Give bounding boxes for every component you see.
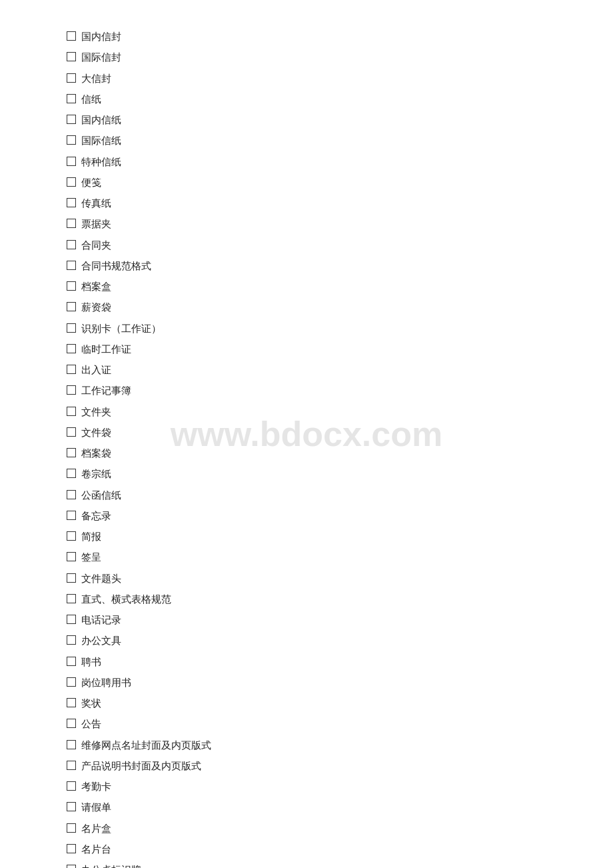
item-label: 合同书规范格式 — [81, 257, 151, 276]
list-item: 文件夹 — [67, 402, 546, 423]
checkbox-icon[interactable] — [67, 844, 76, 853]
item-label: 合同夹 — [81, 236, 111, 255]
item-label: 国际信封 — [81, 48, 121, 67]
checkbox-icon[interactable] — [67, 52, 76, 61]
checkbox-icon[interactable] — [67, 698, 76, 707]
checkbox-icon[interactable] — [67, 323, 76, 333]
item-label: 考勤卡 — [81, 777, 111, 797]
checkbox-icon[interactable] — [67, 302, 76, 311]
item-label: 工作记事簿 — [81, 381, 131, 401]
list-item: 国内信纸 — [67, 110, 546, 131]
item-label: 文件夹 — [81, 403, 111, 422]
checkbox-icon[interactable] — [67, 635, 76, 645]
list-item: 文件袋 — [67, 423, 546, 443]
list-item: 票据夹 — [67, 214, 546, 235]
checkbox-icon[interactable] — [67, 198, 76, 207]
list-item: 档案袋 — [67, 443, 546, 464]
list-item: 名片台 — [67, 839, 546, 860]
checklist: 国内信封国际信封大信封信纸国内信纸国际信纸特种信纸便笺传真纸票据夹合同夹合同书规… — [67, 27, 546, 868]
list-item: 薪资袋 — [67, 297, 546, 318]
item-label: 请假单 — [81, 798, 111, 817]
item-label: 国内信纸 — [81, 111, 121, 130]
checkbox-icon[interactable] — [67, 719, 76, 728]
checkbox-icon[interactable] — [67, 31, 76, 41]
item-label: 卷宗纸 — [81, 465, 111, 484]
checkbox-icon[interactable] — [67, 531, 76, 541]
checkbox-icon[interactable] — [67, 157, 76, 166]
item-label: 办公文具 — [81, 631, 121, 651]
checkbox-icon[interactable] — [67, 240, 76, 249]
list-item: 工作记事簿 — [67, 381, 546, 401]
list-item: 便笺 — [67, 173, 546, 193]
checkbox-icon[interactable] — [67, 677, 76, 687]
checkbox-icon[interactable] — [67, 177, 76, 187]
checkbox-icon[interactable] — [67, 573, 76, 583]
checkbox-icon[interactable] — [67, 448, 76, 457]
item-label: 公函信纸 — [81, 486, 121, 505]
item-label: 薪资袋 — [81, 298, 111, 317]
list-item: 聘书 — [67, 652, 546, 673]
item-label: 出入证 — [81, 361, 111, 380]
item-label: 文件题头 — [81, 569, 121, 589]
item-label: 签呈 — [81, 548, 101, 567]
checkbox-icon[interactable] — [67, 94, 76, 103]
checkbox-icon[interactable] — [67, 761, 76, 770]
checkbox-icon[interactable] — [67, 823, 76, 833]
list-item: 考勤卡 — [67, 777, 546, 797]
checkbox-icon[interactable] — [67, 219, 76, 228]
list-item: 信纸 — [67, 89, 546, 110]
item-label: 特种信纸 — [81, 153, 121, 172]
list-item: 合同书规范格式 — [67, 256, 546, 277]
checkbox-icon[interactable] — [67, 261, 76, 270]
item-label: 票据夹 — [81, 215, 111, 234]
checkbox-icon[interactable] — [67, 115, 76, 124]
checkbox-icon[interactable] — [67, 344, 76, 353]
checkbox-icon[interactable] — [67, 657, 76, 666]
list-item: 大信封 — [67, 69, 546, 89]
checkbox-icon[interactable] — [67, 615, 76, 624]
list-item: 卷宗纸 — [67, 464, 546, 485]
checkbox-icon[interactable] — [67, 511, 76, 520]
item-label: 简报 — [81, 527, 101, 547]
list-item: 特种信纸 — [67, 152, 546, 173]
checkbox-icon[interactable] — [67, 407, 76, 416]
list-item: 名片盒 — [67, 819, 546, 839]
list-item: 档案盒 — [67, 277, 546, 297]
checkbox-icon[interactable] — [67, 490, 76, 499]
item-label: 国际信纸 — [81, 131, 121, 151]
list-item: 奖状 — [67, 693, 546, 714]
checkbox-icon[interactable] — [67, 365, 76, 374]
item-label: 临时工作证 — [81, 340, 131, 359]
main-content: 国内信封国际信封大信封信纸国内信纸国际信纸特种信纸便笺传真纸票据夹合同夹合同书规… — [0, 0, 613, 868]
checkbox-icon[interactable] — [67, 427, 76, 437]
item-label: 名片台 — [81, 840, 111, 859]
checkbox-icon[interactable] — [67, 281, 76, 291]
checkbox-icon[interactable] — [67, 135, 76, 145]
item-label: 聘书 — [81, 653, 101, 672]
list-item: 国际信纸 — [67, 131, 546, 151]
checkbox-icon[interactable] — [67, 802, 76, 811]
item-label: 信纸 — [81, 90, 101, 109]
item-label: 名片盒 — [81, 819, 111, 839]
item-label: 大信封 — [81, 69, 111, 89]
checkbox-icon[interactable] — [67, 73, 76, 83]
checkbox-icon[interactable] — [67, 385, 76, 395]
checkbox-icon[interactable] — [67, 781, 76, 791]
item-label: 国内信封 — [81, 27, 121, 47]
list-item: 办公文具 — [67, 631, 546, 651]
item-label: 产品说明书封面及内页版式 — [81, 757, 201, 776]
checkbox-icon[interactable] — [67, 469, 76, 478]
list-item: 传真纸 — [67, 193, 546, 214]
list-item: 公告 — [67, 714, 546, 735]
item-label: 档案盒 — [81, 277, 111, 297]
list-item: 岗位聘用书 — [67, 673, 546, 693]
item-label: 备忘录 — [81, 507, 111, 526]
checkbox-icon[interactable] — [67, 865, 76, 868]
checkbox-icon[interactable] — [67, 594, 76, 603]
checkbox-icon[interactable] — [67, 740, 76, 749]
item-label: 办公桌标识牌 — [81, 861, 141, 868]
item-label: 直式、横式表格规范 — [81, 590, 171, 609]
checkbox-icon[interactable] — [67, 552, 76, 561]
item-label: 便笺 — [81, 173, 101, 193]
list-item: 出入证 — [67, 360, 546, 381]
